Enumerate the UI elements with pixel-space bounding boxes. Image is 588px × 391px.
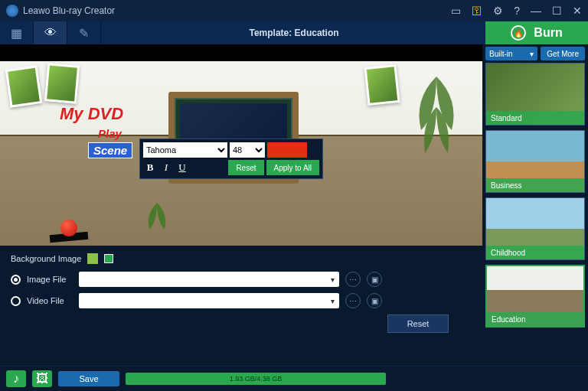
image-file-label: Image File	[27, 275, 73, 284]
image-button[interactable]: 🖼	[32, 370, 52, 387]
disc-space-text: 1.93 GB/4.38 GB	[126, 373, 386, 385]
menu-play-text[interactable]: Play	[98, 127, 122, 140]
background-controls: Background Image Image File ▾ ⋯ ▣ Video …	[0, 246, 482, 366]
title-bar: Leawo Blu-ray Creator ▭ ⚿ ⚙ ? — ☐ ✕	[0, 0, 588, 21]
font-size-select[interactable]: 48	[230, 142, 265, 158]
text-reset-button[interactable]: Reset	[228, 160, 263, 175]
disc-space-bar: 1.93 GB/4.38 GB	[126, 373, 386, 385]
text-format-toolbar: Tahoma 48 B I U Reset Apply to All	[139, 138, 323, 179]
footer-bar: ♪ 🖼 Save 1.93 GB/4.38 GB	[0, 366, 588, 391]
bg-thumbnail-icon	[87, 253, 98, 264]
main-toolbar: ▦ 👁 ✎ Template: Education 🔥 Burn	[0, 21, 588, 44]
template-item-standard[interactable]: Standard	[485, 63, 585, 125]
burn-button[interactable]: 🔥 Burn	[485, 21, 588, 44]
settings-icon[interactable]: ⚙	[493, 5, 503, 17]
decoration-cap	[50, 233, 88, 241]
browse-video-button[interactable]: ⋯	[345, 293, 361, 308]
video-file-label: Video File	[27, 296, 73, 305]
music-button[interactable]: ♪	[6, 370, 26, 387]
bg-section-label: Background Image	[11, 254, 81, 263]
font-family-select[interactable]: Tahoma	[143, 142, 227, 158]
video-file-combo[interactable]: ▾	[79, 293, 339, 308]
template-item-education[interactable]: ✓Education	[485, 265, 585, 327]
tab-preview[interactable]: 👁	[34, 21, 67, 44]
menu-preview: My DVD Play Scene Tahoma 48 B I U	[0, 44, 482, 246]
template-item-childhood[interactable]: Childhood	[485, 197, 585, 260]
image-file-combo[interactable]: ▾	[79, 272, 339, 287]
font-color-picker[interactable]	[267, 142, 307, 158]
tab-edit[interactable]: ✎	[67, 21, 101, 44]
apply-to-all-button[interactable]: Apply to All	[266, 160, 319, 175]
close-icon[interactable]: ✕	[573, 5, 582, 17]
bg-reset-button[interactable]: Reset	[387, 314, 449, 333]
get-more-button[interactable]: Get More	[541, 47, 585, 60]
bg-color-swatch[interactable]	[104, 254, 113, 263]
image-file-radio[interactable]	[11, 275, 21, 285]
help-icon[interactable]: ?	[514, 5, 520, 17]
burn-icon: 🔥	[511, 25, 526, 41]
save-button[interactable]: Save	[58, 371, 119, 386]
tab-grid[interactable]: ▦	[0, 21, 34, 44]
burn-label: Burn	[534, 26, 562, 40]
maximize-icon[interactable]: ☐	[552, 5, 562, 17]
template-item-business[interactable]: Business	[485, 130, 585, 193]
template-category-dropdown[interactable]: Built-in▾	[485, 47, 537, 60]
underline-button[interactable]: U	[175, 161, 189, 174]
video-file-radio[interactable]	[11, 296, 21, 306]
preview-image-button[interactable]: ▣	[367, 272, 382, 287]
menu-scene-text[interactable]: Scene	[88, 142, 132, 158]
minimize-icon[interactable]: —	[531, 5, 541, 17]
browse-image-button[interactable]: ⋯	[345, 272, 361, 287]
feedback-icon[interactable]: ▭	[451, 5, 461, 17]
app-logo-icon	[6, 5, 18, 17]
italic-button[interactable]: I	[159, 161, 173, 174]
app-title: Leawo Blu-ray Creator	[23, 5, 451, 16]
bold-button[interactable]: B	[143, 161, 157, 174]
key-icon[interactable]: ⚿	[472, 5, 482, 17]
template-sidebar: Built-in▾ Get More ▶ Standard Business C…	[482, 44, 588, 366]
template-name: Template: Education	[249, 28, 338, 38]
menu-title-text[interactable]: My DVD	[60, 104, 123, 124]
preview-video-button[interactable]: ▣	[367, 293, 382, 308]
